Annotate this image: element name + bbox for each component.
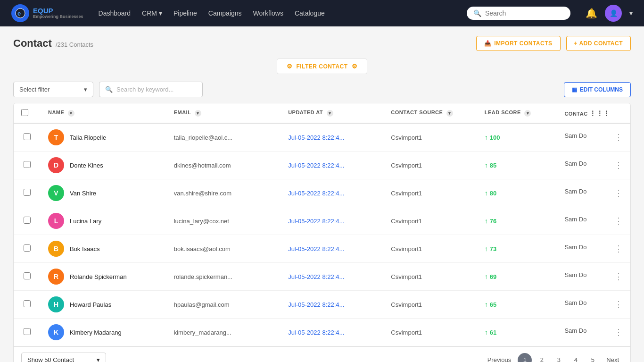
- row-actions-menu[interactable]: ⋮: [614, 299, 623, 310]
- row-owner-cell: Sam Do ⋮: [557, 235, 630, 263]
- th-lead-score[interactable]: LEAD SCORE ▾: [477, 103, 557, 123]
- page-4-button[interactable]: 4: [569, 353, 583, 362]
- page-content: Contact /231 Contacts 📥 IMPORT CONTACTS …: [0, 26, 644, 362]
- row-score-cell: ↑ 73: [477, 235, 557, 263]
- page-1-button[interactable]: 1: [518, 353, 532, 362]
- contact-updated-date: Jul-05-2022 8:22:4...: [288, 134, 344, 141]
- score-up-icon: ↑: [485, 301, 488, 308]
- row-email-cell: bok.isaacs@aol.com: [166, 235, 281, 263]
- contact-email: lucina_lary@cox.net: [174, 218, 229, 225]
- contact-name[interactable]: Bok Isaacs: [70, 245, 100, 253]
- updated-sort-icon: ▾: [327, 110, 333, 117]
- th-contact-source[interactable]: CONTACT SOURCE ▾: [383, 103, 477, 123]
- contact-source: Csvimport1: [391, 134, 422, 141]
- row-actions-menu[interactable]: ⋮: [614, 327, 623, 337]
- notification-bell-icon[interactable]: 🔔: [586, 8, 597, 19]
- show-contact-select[interactable]: Show 50 Contact ▾: [21, 353, 106, 362]
- th-select-all[interactable]: [14, 103, 41, 123]
- row-checkbox-cell[interactable]: [14, 291, 41, 319]
- contact-name[interactable]: Rolande Spickerman: [70, 273, 127, 280]
- row-checkbox[interactable]: [24, 272, 31, 279]
- pagination-bar: Show 50 Contact ▾ Previous 1 2 3 4 5 Nex…: [14, 346, 630, 362]
- row-actions-menu[interactable]: ⋮: [614, 216, 623, 226]
- row-checkbox-cell[interactable]: [14, 235, 41, 263]
- contact-email: rolande.spickerman...: [174, 273, 232, 280]
- contact-name[interactable]: Talia Riopelle: [70, 134, 106, 141]
- row-updated-cell: Jul-05-2022 8:22:4...: [281, 179, 383, 207]
- contact-source: Csvimport1: [391, 245, 422, 253]
- page-2-button[interactable]: 2: [535, 353, 549, 362]
- row-owner-cell: Sam Do ⋮: [557, 291, 630, 319]
- add-contact-button[interactable]: + ADD CONTACT: [566, 36, 631, 51]
- row-checkbox-cell[interactable]: [14, 319, 41, 346]
- row-checkbox[interactable]: [24, 217, 31, 224]
- filter-label: FILTER CONTACT: [296, 63, 347, 70]
- contact-name[interactable]: Donte Kines: [70, 162, 103, 169]
- row-source-cell: Csvimport1: [383, 235, 477, 263]
- svg-text:e: e: [17, 10, 21, 17]
- row-actions-menu[interactable]: ⋮: [614, 188, 623, 198]
- select-filter-dropdown[interactable]: Select filter ▾: [13, 82, 93, 97]
- row-checkbox-cell[interactable]: [14, 263, 41, 291]
- row-checkbox[interactable]: [24, 244, 31, 252]
- th-updated-at[interactable]: UPDATED AT ▾: [281, 103, 383, 123]
- contact-updated-date: Jul-05-2022 8:22:4...: [288, 162, 344, 169]
- nav-crm[interactable]: CRM ▾: [142, 9, 162, 17]
- keyword-search-placeholder: Search by keyword...: [116, 86, 173, 93]
- row-checkbox[interactable]: [24, 133, 31, 140]
- filter-contact-button[interactable]: ⚙ FILTER CONTACT ⚙: [277, 59, 367, 74]
- logo[interactable]: e EQUP Empowering Businesses: [11, 4, 83, 22]
- user-dropdown-icon[interactable]: ▾: [629, 9, 633, 17]
- nav-catalogue[interactable]: Catalogue: [295, 9, 325, 17]
- nav-dashboard[interactable]: Dashboard: [99, 9, 131, 17]
- avatar[interactable]: 👤: [605, 5, 622, 22]
- row-actions-menu[interactable]: ⋮: [614, 271, 623, 282]
- email-sort-icon: ▾: [195, 110, 201, 117]
- row-checkbox-cell[interactable]: [14, 179, 41, 207]
- columns-resize-icon[interactable]: ⋮⋮⋮: [589, 109, 610, 117]
- nav-campaigns[interactable]: Campaigns: [208, 9, 242, 17]
- score-sort-icon: ▾: [524, 110, 531, 117]
- row-checkbox[interactable]: [24, 161, 31, 168]
- row-checkbox[interactable]: [24, 189, 31, 196]
- next-page-button[interactable]: Next: [603, 354, 623, 362]
- row-score-cell: ↑ 61: [477, 319, 557, 346]
- row-checkbox-cell[interactable]: [14, 123, 41, 152]
- contact-name[interactable]: Van Shire: [70, 190, 96, 197]
- select-all-checkbox[interactable]: [21, 109, 28, 116]
- page-5-button[interactable]: 5: [586, 353, 600, 362]
- contact-email: talia_riopelle@aol.c...: [174, 134, 232, 141]
- contact-owner: Sam Do: [564, 271, 586, 278]
- row-actions-menu[interactable]: ⋮: [614, 132, 623, 143]
- edit-columns-button[interactable]: ▦ EDIT COLUMNS: [564, 82, 631, 97]
- th-name[interactable]: NAME ▾: [41, 103, 166, 123]
- page-3-button[interactable]: 3: [552, 353, 566, 362]
- contact-name[interactable]: Lucina Lary: [70, 218, 101, 225]
- keyword-search[interactable]: 🔍 Search by keyword...: [99, 82, 203, 97]
- row-checkbox-cell[interactable]: [14, 152, 41, 179]
- contact-name[interactable]: Kimbery Madarang: [70, 329, 122, 336]
- nav-links: Dashboard CRM ▾ Pipeline Campaigns Workf…: [99, 9, 452, 17]
- search-input[interactable]: [485, 9, 564, 17]
- previous-page-button[interactable]: Previous: [484, 354, 515, 362]
- row-owner-cell: Sam Do ⋮: [557, 152, 630, 179]
- search-bar[interactable]: 🔍: [467, 7, 570, 20]
- contact-updated-date: Jul-05-2022 8:22:4...: [288, 301, 344, 308]
- contact-email: hpaulas@gmail.com: [174, 301, 230, 308]
- nav-pipeline[interactable]: Pipeline: [173, 9, 197, 17]
- import-contacts-button[interactable]: 📥 IMPORT CONTACTS: [476, 36, 561, 51]
- row-actions-menu[interactable]: ⋮: [614, 244, 623, 254]
- row-actions-menu[interactable]: ⋮: [614, 160, 623, 170]
- contact-source: Csvimport1: [391, 218, 422, 225]
- filter-bar: ⚙ FILTER CONTACT ⚙: [13, 59, 631, 74]
- row-checkbox[interactable]: [24, 300, 31, 307]
- contact-owner: Sam Do: [564, 299, 586, 306]
- th-email[interactable]: EMAIL ▾: [166, 103, 281, 123]
- row-email-cell: lucina_lary@cox.net: [166, 207, 281, 235]
- contact-avatar: H: [48, 296, 64, 312]
- nav-workflows[interactable]: Workflows: [253, 9, 283, 17]
- row-owner-cell: Sam Do ⋮: [557, 319, 630, 346]
- row-checkbox-cell[interactable]: [14, 207, 41, 235]
- row-checkbox[interactable]: [24, 328, 31, 335]
- contact-name[interactable]: Howard Paulas: [70, 301, 111, 308]
